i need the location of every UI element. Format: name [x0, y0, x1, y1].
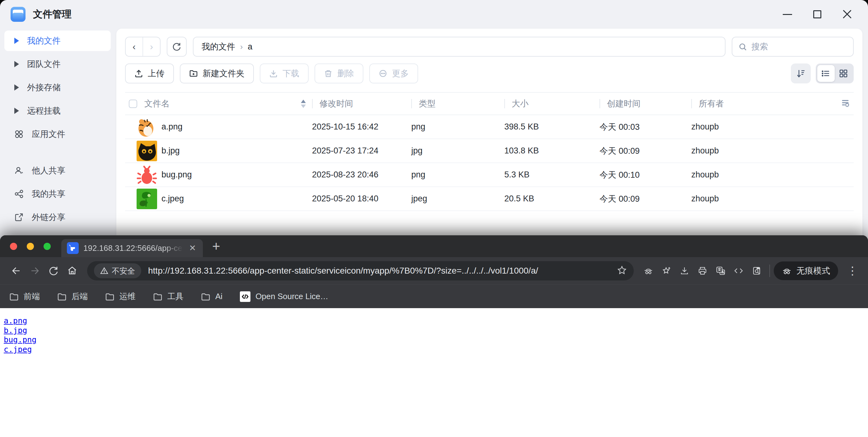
sidebar-item-label: 应用文件 — [32, 128, 65, 140]
external-link-icon — [14, 212, 24, 222]
forward-button[interactable]: › — [143, 37, 160, 56]
column-header-created[interactable]: 创建时间 — [607, 98, 641, 109]
browser-reload-button[interactable] — [44, 261, 63, 280]
security-badge[interactable]: 不安全 — [94, 263, 141, 278]
select-all-checkbox[interactable] — [129, 99, 137, 108]
download-button[interactable]: 下载 — [260, 63, 309, 83]
file-size: 20.5 KB — [504, 194, 599, 204]
browser-page-content: a.png b.jpg bug.png c.jpeg — [0, 308, 868, 437]
sidebar-item-app-files[interactable]: 应用文件 — [4, 124, 111, 144]
table-row[interactable]: c.jpeg 2025-05-20 18:40 jpeg 20.5 KB 今天 … — [125, 187, 854, 211]
traffic-light-minimize[interactable] — [27, 243, 34, 250]
sidebar-item-external-share[interactable]: 外链分享 — [4, 207, 111, 228]
column-header-name[interactable]: 文件名 — [144, 98, 169, 109]
traffic-light-zoom[interactable] — [43, 243, 51, 250]
print-icon[interactable] — [693, 262, 712, 280]
bookmark-label: 后端 — [71, 291, 88, 302]
table-row[interactable]: a.png 2025-10-15 16:42 png 398.5 KB 今天 0… — [125, 115, 854, 139]
share-nodes-icon — [14, 189, 24, 199]
column-header-type[interactable]: 类型 — [419, 98, 436, 109]
sort-carets-icon[interactable] — [301, 99, 306, 108]
sort-button[interactable] — [791, 63, 811, 83]
file-owner: zhoupb — [691, 170, 854, 180]
folder-icon — [105, 292, 115, 301]
minimize-button[interactable] — [782, 9, 793, 20]
directory-link[interactable]: a.png — [4, 316, 27, 326]
browser-toolbar: 不安全 http://192.168.31.22:5666/app-center… — [0, 257, 868, 285]
table-row[interactable]: b.jpg 2025-07-23 17:24 jpg 103.8 KB 今天 0… — [125, 139, 854, 163]
sidebar-item-team-files[interactable]: 团队文件 — [4, 54, 111, 75]
column-header-owner[interactable]: 所有者 — [699, 98, 724, 109]
new-tab-button[interactable]: + — [212, 239, 220, 253]
browser-menu-icon[interactable]: ⋮ — [844, 264, 861, 277]
address-bar[interactable]: 不安全 http://192.168.31.22:5666/app-center… — [87, 261, 634, 281]
page-search-icon[interactable] — [748, 262, 766, 280]
downloads-icon[interactable] — [675, 262, 693, 280]
upload-button[interactable]: 上传 — [125, 63, 174, 83]
file-name[interactable]: c.jpeg — [161, 194, 184, 204]
browser-home-button[interactable] — [63, 261, 82, 280]
incognito-indicator-icon[interactable] — [639, 262, 657, 280]
browser-tab[interactable]: 192.168.31.22:5666/app-cent ✕ — [61, 239, 203, 257]
upload-label: 上传 — [148, 68, 164, 79]
code-icon[interactable] — [730, 262, 748, 280]
breadcrumb-current[interactable]: a — [248, 42, 252, 52]
maximize-button[interactable] — [812, 9, 823, 20]
more-button[interactable]: 更多 — [369, 63, 418, 83]
table-row[interactable]: bug.png 2025-08-23 20:46 png 5.3 KB 今天 0… — [125, 163, 854, 187]
directory-link[interactable]: c.jpeg — [4, 345, 32, 354]
url-text[interactable]: http://192.168.31.22:5666/app-center-sta… — [148, 266, 613, 276]
bookmark-folder-ai[interactable]: Ai — [201, 292, 222, 301]
file-name[interactable]: a.png — [161, 122, 183, 132]
tab-close-icon[interactable]: ✕ — [188, 243, 197, 253]
bookmark-folder-backend[interactable]: 后端 — [57, 291, 88, 302]
sidebar-item-external-storage[interactable]: 外接存储 — [4, 77, 111, 98]
bookmark-open-source-license[interactable]: Open Source Lice… — [240, 291, 328, 302]
bookmark-star-icon[interactable] — [617, 265, 627, 276]
sidebar-item-remote-mount[interactable]: 远程挂载 — [4, 100, 111, 121]
search-input[interactable]: 搜索 — [732, 37, 854, 57]
delete-button[interactable]: 删除 — [314, 63, 363, 83]
search-placeholder: 搜索 — [751, 41, 768, 52]
back-button[interactable]: ‹ — [126, 37, 143, 56]
back-chevron-icon: ‹ — [132, 42, 136, 51]
folder-plus-icon — [189, 69, 198, 78]
translate-icon[interactable] — [712, 262, 730, 280]
browser-back-button[interactable] — [7, 261, 26, 280]
file-type: jpg — [411, 146, 504, 156]
bookmark-sparkle-icon[interactable] — [657, 262, 675, 280]
bookmark-folder-ops[interactable]: 运维 — [105, 291, 136, 302]
people-icon — [14, 166, 24, 175]
file-size: 103.8 KB — [504, 146, 599, 156]
column-header-modified[interactable]: 修改时间 — [319, 98, 353, 109]
breadcrumb[interactable]: 我的文件 › a — [193, 37, 725, 57]
refresh-icon — [172, 42, 181, 51]
sidebar-item-my-files[interactable]: 我的文件 — [4, 30, 111, 51]
directory-link[interactable]: bug.png — [4, 335, 36, 345]
column-settings-icon[interactable] — [840, 98, 850, 110]
sidebar-item-my-shares[interactable]: 我的共享 — [4, 184, 111, 204]
file-created: 今天 00:09 — [599, 193, 691, 204]
bookmark-label: 运维 — [120, 291, 136, 302]
traffic-light-close[interactable] — [10, 243, 17, 250]
refresh-button[interactable] — [167, 37, 187, 57]
grid-view-button[interactable] — [835, 65, 852, 82]
search-icon — [739, 42, 747, 51]
column-header-size[interactable]: 大小 — [512, 98, 529, 109]
list-view-button[interactable] — [817, 65, 835, 82]
directory-link[interactable]: b.jpg — [4, 326, 27, 336]
bookmarks-bar: 前端 后端 运维 工具 Ai Open Source Lice… — [0, 285, 868, 308]
file-name[interactable]: bug.png — [161, 170, 192, 180]
sidebar-item-shared-by-others[interactable]: 他人共享 — [4, 160, 111, 181]
incognito-label: 无痕模式 — [797, 265, 830, 276]
file-name[interactable]: b.jpg — [161, 146, 180, 156]
bookmark-folder-frontend[interactable]: 前端 — [9, 291, 40, 302]
breadcrumb-root[interactable]: 我的文件 — [202, 41, 235, 52]
new-folder-label: 新建文件夹 — [203, 68, 245, 79]
browser-forward-button[interactable] — [26, 261, 44, 280]
new-folder-button[interactable]: 新建文件夹 — [180, 63, 254, 83]
close-button[interactable] — [842, 9, 852, 20]
caret-right-icon — [14, 84, 19, 91]
red-bug-image-thumbnail — [136, 165, 157, 185]
bookmark-folder-tools[interactable]: 工具 — [153, 291, 184, 302]
